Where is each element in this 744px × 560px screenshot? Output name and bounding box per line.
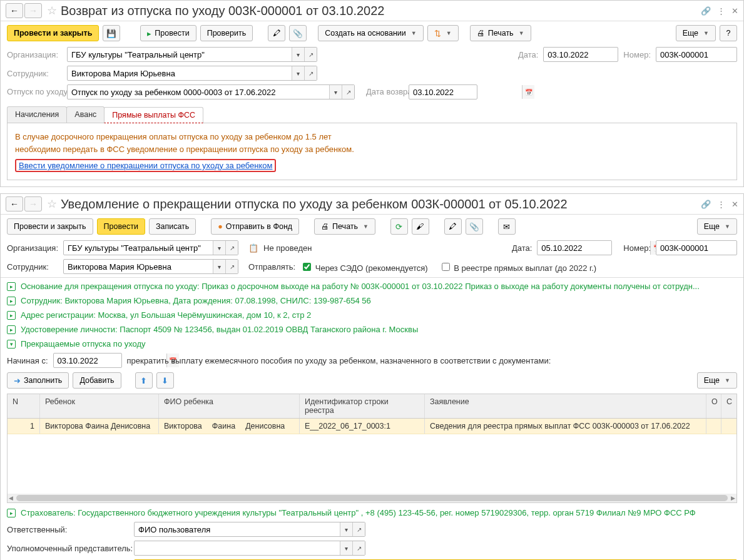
dropdown-icon[interactable]: ▾ bbox=[292, 66, 304, 80]
sedo-checkbox[interactable] bbox=[303, 263, 311, 271]
open-icon[interactable]: ↗ bbox=[352, 541, 365, 555]
representative-field[interactable] bbox=[135, 541, 340, 555]
responsible-label: Ответственный: bbox=[7, 525, 129, 534]
window-title: Возврат из отпуска по уходу 003К-000001 … bbox=[61, 4, 701, 18]
print-button[interactable]: 🖨 Печать▼ bbox=[470, 25, 531, 41]
create-notification-link[interactable]: Ввести уведомление о прекращении отпуска… bbox=[19, 161, 272, 170]
collapse-icon[interactable]: ▾ bbox=[7, 340, 16, 349]
close-icon[interactable]: ✕ bbox=[731, 200, 738, 209]
forward-button: → bbox=[24, 196, 42, 211]
attachment-icon[interactable]: 📎 bbox=[466, 218, 483, 235]
cell-fio: ВиктороваФаинаДенисовна bbox=[159, 419, 300, 434]
highlighter-icon[interactable]: 🖍 bbox=[268, 25, 285, 41]
emp-field[interactable] bbox=[68, 66, 292, 80]
print-button[interactable]: 🖨 Печать▼ bbox=[314, 218, 375, 235]
highlighter-icon[interactable]: 🖍 bbox=[444, 218, 462, 235]
warning-line1: В случае досрочного прекращения оплаты о… bbox=[15, 131, 729, 143]
responsible-field[interactable] bbox=[135, 522, 340, 536]
num-field[interactable] bbox=[656, 48, 744, 61]
insurer-row: Страхователь: Государственного бюджетног… bbox=[21, 508, 696, 517]
expand-icon[interactable]: ▸ bbox=[7, 282, 16, 291]
post-button[interactable]: ▸Провести bbox=[140, 25, 196, 41]
emp-label: Сотрудник: bbox=[7, 262, 58, 272]
close-icon[interactable]: ✕ bbox=[731, 6, 738, 16]
expand-icon[interactable]: ▸ bbox=[7, 509, 16, 517]
col-c: С bbox=[721, 394, 736, 418]
tab-accruals[interactable]: Начисления bbox=[7, 106, 67, 123]
num-label: Номер: bbox=[623, 50, 651, 59]
col-id: Идентификатор строки реестра bbox=[300, 394, 425, 418]
sync-button[interactable]: ⇅▼ bbox=[427, 25, 459, 41]
refresh-icon[interactable]: ⟳ bbox=[390, 218, 408, 235]
create-based-on-button[interactable]: Создать на основании▼ bbox=[318, 25, 424, 41]
registry-checkbox[interactable] bbox=[442, 263, 450, 271]
tab-fss[interactable]: Прямые выплаты ФСС bbox=[104, 107, 203, 123]
back-button[interactable]: ← bbox=[6, 196, 23, 211]
post-button[interactable]: Провести bbox=[97, 218, 145, 235]
cell-id: E__2022_06_17_0003:1 bbox=[300, 419, 425, 434]
dropdown-icon[interactable]: ▾ bbox=[329, 85, 342, 99]
col-app: Заявление bbox=[425, 394, 706, 418]
status-text: Не проведен bbox=[263, 243, 312, 253]
link-icon[interactable]: 🔗 bbox=[701, 200, 711, 209]
window-title: Уведомление о прекращении отпуска по ухо… bbox=[61, 197, 701, 211]
calendar-icon[interactable]: 📅 bbox=[522, 85, 534, 99]
send-option-sedo[interactable]: Через СЭДО (рекомендуется) bbox=[300, 261, 428, 273]
menu-icon[interactable]: ⋮ bbox=[717, 6, 725, 16]
favorite-icon[interactable]: ☆ bbox=[47, 197, 57, 211]
more-button[interactable]: Еще▼ bbox=[697, 218, 737, 235]
tab-advance[interactable]: Аванс bbox=[66, 106, 104, 123]
org-label: Организация: bbox=[7, 50, 62, 59]
check-button[interactable]: Проверить bbox=[200, 25, 253, 41]
titlebar: ← → ☆ Уведомление о прекращении отпуска … bbox=[1, 194, 743, 215]
mail-icon[interactable]: ✉ bbox=[498, 218, 516, 235]
fill-button[interactable]: ➜Заполнить bbox=[7, 372, 69, 389]
open-icon[interactable]: ↗ bbox=[352, 522, 365, 536]
representative-label: Уполномоченный представитель: bbox=[7, 544, 129, 553]
create-notification-link-box: Ввести уведомление о прекращении отпуска… bbox=[15, 159, 276, 172]
save-button[interactable]: 💾 bbox=[103, 25, 120, 41]
dropdown-icon[interactable]: ▾ bbox=[213, 241, 225, 255]
move-up-icon[interactable]: ⬆ bbox=[135, 372, 153, 389]
col-o: О bbox=[706, 394, 721, 418]
favorite-icon[interactable]: ☆ bbox=[47, 4, 57, 18]
num-field[interactable] bbox=[656, 241, 744, 255]
col-n: N bbox=[8, 394, 40, 418]
post-and-close-button[interactable]: Провести и закрыть bbox=[7, 25, 99, 41]
open-icon[interactable]: ↗ bbox=[304, 66, 317, 80]
org-field[interactable] bbox=[68, 48, 292, 61]
expand-icon[interactable]: ▸ bbox=[7, 297, 16, 305]
return-field[interactable] bbox=[409, 85, 522, 99]
dropdown-icon[interactable]: ▾ bbox=[213, 260, 225, 273]
expand-icon[interactable]: ▸ bbox=[7, 311, 16, 320]
attachment-icon[interactable]: 📎 bbox=[289, 25, 307, 41]
start-label: Начиная с: bbox=[7, 356, 48, 365]
send-option-registry[interactable]: В реестре прямых выплат (до 2022 г.) bbox=[439, 261, 596, 273]
add-button[interactable]: Добавить bbox=[73, 372, 121, 389]
tab-content-fss: В случае досрочного прекращения оплаты о… bbox=[7, 123, 737, 180]
leave-field[interactable] bbox=[68, 85, 329, 99]
org-field[interactable] bbox=[64, 241, 213, 255]
dropdown-icon[interactable]: ▾ bbox=[340, 541, 352, 555]
cleanup-icon[interactable]: 🖌 bbox=[412, 218, 429, 235]
horizontal-scrollbar[interactable]: ◀ ▶ bbox=[8, 494, 736, 502]
more-button[interactable]: Еще▼ bbox=[676, 25, 716, 41]
write-button[interactable]: Записать bbox=[149, 218, 196, 235]
open-icon[interactable]: ↗ bbox=[225, 260, 238, 273]
table-more-button[interactable]: Еще▼ bbox=[697, 372, 737, 389]
expand-icon[interactable]: ▸ bbox=[7, 325, 16, 334]
table-row[interactable]: 1 Викторова Фаина Денисовна ВиктороваФаи… bbox=[8, 419, 736, 434]
open-icon[interactable]: ↗ bbox=[342, 85, 354, 99]
move-down-icon[interactable]: ⬇ bbox=[156, 372, 174, 389]
menu-icon[interactable]: ⋮ bbox=[717, 200, 725, 209]
dropdown-icon[interactable]: ▾ bbox=[292, 48, 304, 61]
help-button[interactable]: ? bbox=[720, 25, 737, 41]
open-icon[interactable]: ↗ bbox=[225, 241, 238, 255]
emp-field[interactable] bbox=[64, 260, 213, 273]
post-and-close-button[interactable]: Провести и закрыть bbox=[7, 218, 93, 235]
back-button[interactable]: ← bbox=[6, 3, 23, 18]
dropdown-icon[interactable]: ▾ bbox=[340, 522, 352, 536]
send-to-fund-button[interactable]: ●Отправить в Фонд bbox=[211, 218, 299, 235]
open-icon[interactable]: ↗ bbox=[304, 48, 317, 61]
link-icon[interactable]: 🔗 bbox=[701, 6, 711, 16]
